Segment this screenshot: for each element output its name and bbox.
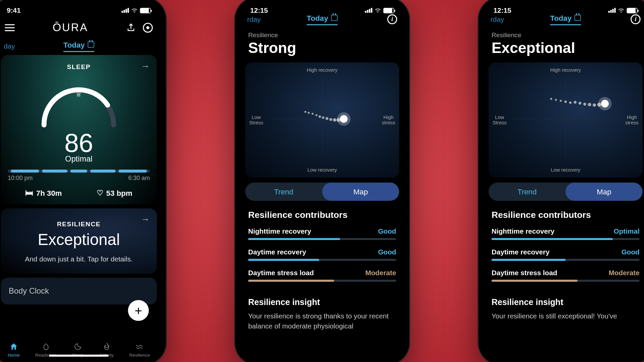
home-icon	[8, 342, 18, 351]
contributor-row[interactable]: Daytime stress loadModerate	[248, 269, 396, 282]
resilience-card[interactable]: → RESILIENCE Exceptional And down just a…	[1, 208, 157, 274]
sleep-start-time: 10:00 pm	[8, 175, 33, 182]
crown-icon: ♕	[76, 90, 82, 98]
svg-point-5	[308, 112, 310, 114]
contributor-row[interactable]: Daytime recoveryGood	[248, 248, 396, 261]
map-label-top: High recovery	[307, 67, 337, 73]
calendar-icon	[574, 15, 581, 21]
map-chart	[493, 69, 637, 169]
svg-point-8	[318, 115, 321, 118]
wave-icon	[135, 342, 145, 351]
toggle-map[interactable]: Map	[565, 182, 642, 201]
resilience-map: High recovery Low recovery Low Stress Hi…	[488, 62, 642, 177]
menu-icon[interactable]	[5, 24, 15, 31]
status-bar: 9:41	[0, 2, 161, 16]
sleep-score: 86	[8, 128, 150, 158]
contributor-row[interactable]: Nighttime recoveryOptimal	[491, 227, 639, 240]
contributor-row[interactable]: Daytime recoveryGood	[491, 248, 639, 261]
home-indicator[interactable]	[49, 355, 108, 357]
view-toggle: Trend Map	[488, 182, 642, 201]
add-button[interactable]: +	[128, 300, 149, 321]
bodyclock-card[interactable]: Body Clock	[1, 278, 157, 305]
yesterday-link[interactable]: day	[4, 42, 15, 50]
sleep-end-time: 6:30 am	[128, 175, 150, 182]
moon-icon	[73, 342, 83, 351]
map-label-right: High stress	[382, 115, 395, 126]
screen-1: 9:41 ŌURA day Today → SLEEP ♕ 86 Optimal	[0, 2, 161, 360]
map-label-left: Low Stress	[249, 115, 263, 126]
toggle-map[interactable]: Map	[322, 182, 399, 201]
bodyclock-title: Body Clock	[9, 287, 49, 295]
today-tab[interactable]: Today	[550, 13, 581, 25]
battery-icon	[627, 8, 638, 13]
signal-icon	[608, 8, 615, 13]
calendar-icon	[331, 15, 337, 21]
map-label-top: High recovery	[550, 67, 581, 73]
svg-point-24	[569, 102, 571, 104]
svg-point-11	[329, 118, 332, 121]
phone-2: 12:15 rday Today i Resilience Strong Hig…	[235, 0, 409, 362]
today-label: Today	[550, 13, 572, 22]
insight-text: Your resilience is strong thanks to your…	[248, 311, 396, 331]
today-tab[interactable]: Today	[307, 13, 338, 25]
record-icon[interactable]	[143, 23, 153, 33]
resilience-label: Resilience	[491, 31, 639, 39]
sleep-card[interactable]: → SLEEP ♕ 86 Optimal 10:00 pm 6:30 am 🛏7…	[1, 55, 157, 204]
today-label: Today	[307, 13, 328, 22]
calendar-icon	[88, 42, 94, 48]
resilience-value: Exceptional	[8, 231, 150, 249]
contributor-row[interactable]: Nighttime recoveryGood	[248, 227, 396, 240]
contributors-section: Resilience contributors Nighttime recove…	[240, 201, 404, 293]
resilience-value: Exceptional	[491, 40, 639, 56]
svg-point-21	[555, 99, 557, 101]
contributor-row[interactable]: Daytime stress loadModerate	[491, 269, 639, 282]
today-tab[interactable]: Today	[63, 40, 94, 52]
insight-title: Resilience insight	[491, 298, 639, 308]
screen-2: 12:15 rday Today i Resilience Strong Hig…	[240, 2, 404, 360]
chevron-right-icon: →	[141, 61, 150, 71]
svg-point-6	[311, 113, 313, 115]
yesterday-link[interactable]: rday	[490, 15, 504, 23]
map-label-right: High stress	[625, 115, 638, 126]
svg-point-29	[593, 104, 596, 107]
phone-3: 12:15 rday Today i Resilience Exceptiona…	[479, 0, 644, 362]
battery-icon	[140, 8, 151, 13]
toggle-trend[interactable]: Trend	[488, 182, 565, 201]
chevron-right-icon: →	[141, 214, 150, 225]
phone-1: 9:41 ŌURA day Today → SLEEP ♕ 86 Optimal	[0, 0, 165, 362]
insight-section: Resilience insight Your resilience is st…	[484, 293, 644, 326]
toggle-trend[interactable]: Trend	[245, 182, 322, 201]
flame-icon	[101, 342, 111, 351]
sleep-title: SLEEP	[8, 63, 150, 70]
sleep-timeline	[8, 170, 150, 173]
resilience-map: High recovery Low recovery Low Stress Hi…	[245, 62, 399, 177]
share-icon[interactable]	[126, 23, 136, 33]
status-time: 9:41	[7, 6, 20, 14]
map-chart	[250, 69, 394, 169]
svg-point-10	[326, 117, 329, 120]
sleep-rating: Optimal	[8, 155, 150, 164]
info-icon[interactable]: i	[631, 14, 641, 24]
nav-resilience[interactable]: Resilience	[129, 342, 150, 358]
leaf-icon	[41, 342, 51, 351]
bed-icon: 🛏	[25, 188, 33, 197]
brand-logo: ŌURA	[52, 21, 88, 34]
screen-3: 12:15 rday Today i Resilience Exceptiona…	[484, 2, 644, 360]
resilience-subtitle: And down just a bit. Tap for details.	[8, 255, 150, 263]
nav-home[interactable]: Home	[7, 342, 19, 358]
sleep-arc-chart	[34, 75, 123, 130]
day-nav: day Today	[0, 39, 161, 55]
info-icon[interactable]: i	[387, 14, 397, 24]
map-label-bottom: Low recovery	[307, 167, 337, 173]
svg-point-4	[304, 111, 306, 113]
battery-icon	[383, 8, 394, 13]
insight-section: Resilience insight Your resilience is st…	[240, 293, 404, 336]
svg-point-12	[333, 118, 336, 122]
yesterday-link[interactable]: rday	[247, 15, 260, 23]
view-toggle: Trend Map	[245, 182, 399, 201]
contributors-title: Resilience contributors	[248, 210, 396, 220]
insight-title: Resilience insight	[248, 298, 396, 308]
heart-icon: ♡	[97, 188, 103, 197]
svg-point-28	[588, 103, 591, 106]
status-time: 12:15	[493, 6, 511, 14]
